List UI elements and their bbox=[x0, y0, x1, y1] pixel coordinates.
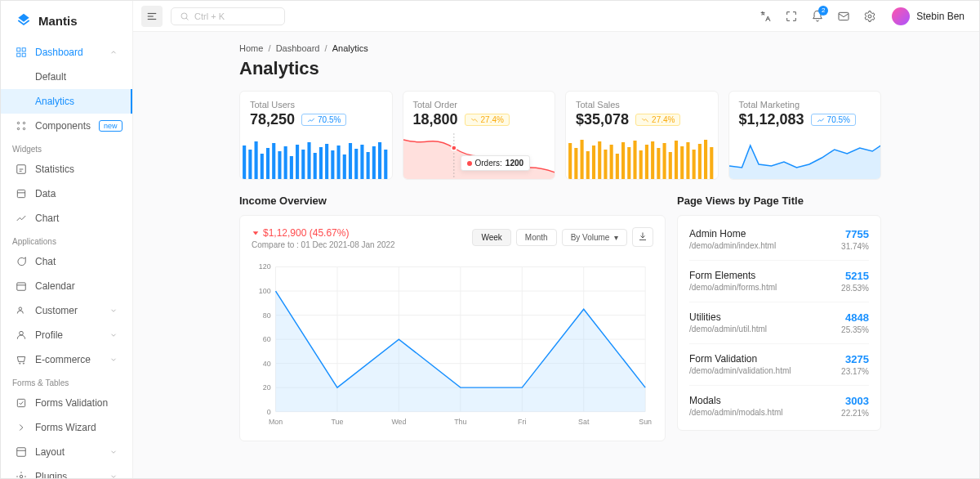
sidebar-item-default[interactable]: Default bbox=[1, 65, 132, 89]
section-row: Income Overview $1,12,900 (45.67%) Compa… bbox=[239, 195, 881, 441]
sidebar-item-profile[interactable]: Profile bbox=[1, 323, 132, 347]
settings-button[interactable] bbox=[859, 6, 880, 27]
nav-header-apps: Applications bbox=[1, 231, 132, 249]
svg-rect-36 bbox=[290, 156, 293, 179]
pv-title: Form Elements bbox=[689, 270, 777, 281]
chart-tooltip: Orders: 1200 bbox=[461, 155, 531, 171]
pv-count: 3003 bbox=[841, 395, 869, 407]
brand-icon bbox=[16, 12, 32, 29]
svg-point-16 bbox=[23, 363, 24, 364]
pv-count: 7755 bbox=[841, 228, 869, 240]
pv-path: /demo/admin/forms.html bbox=[689, 283, 777, 292]
plugins-icon bbox=[16, 471, 27, 478]
notification-button[interactable]: 2 bbox=[807, 6, 828, 27]
sidebar-item-statistics[interactable]: Statistics bbox=[1, 157, 132, 181]
sidebar-item-calendar[interactable]: Calendar bbox=[1, 274, 132, 298]
pageview-row[interactable]: Admin Home /demo/admin/index.html 7755 3… bbox=[689, 219, 869, 261]
topbar-right: 2 Stebin Ben bbox=[755, 6, 971, 27]
svg-text:60: 60 bbox=[263, 335, 271, 343]
trend-badge: 70.5% bbox=[301, 114, 346, 126]
sidebar-label-chart: Chart bbox=[35, 213, 59, 224]
week-button[interactable]: Week bbox=[472, 229, 510, 246]
svg-rect-75 bbox=[686, 142, 689, 179]
stat-value: 78,250 bbox=[250, 111, 295, 128]
pageview-row[interactable]: Form Elements /demo/admin/forms.html 521… bbox=[689, 261, 869, 302]
sidebar-item-forms-wizard[interactable]: Forms Wizard bbox=[1, 415, 132, 440]
download-icon bbox=[638, 231, 648, 241]
sidebar-item-chat[interactable]: Chat bbox=[1, 249, 132, 274]
trend-badge: 27.4% bbox=[465, 114, 510, 126]
svg-rect-56 bbox=[574, 148, 577, 179]
sidebar-item-dashboard[interactable]: Dashboard bbox=[1, 40, 132, 65]
sidebar-label-default: Default bbox=[35, 71, 66, 83]
download-button[interactable] bbox=[632, 227, 653, 247]
svg-rect-40 bbox=[314, 153, 317, 179]
svg-rect-73 bbox=[675, 141, 678, 179]
stat-card-marketing: Total Marketing $1,12,083 70.5% bbox=[728, 91, 882, 180]
sidebar-label-ecommerce: E-commerce bbox=[35, 354, 91, 365]
pageview-row[interactable]: Utilities /demo/admin/util.html 4848 25.… bbox=[689, 302, 869, 344]
search-placeholder: Ctrl + K bbox=[194, 11, 225, 21]
pv-title: Utilities bbox=[689, 311, 767, 323]
sidebar-label-formswizard: Forms Wizard bbox=[35, 422, 96, 433]
svg-rect-37 bbox=[296, 145, 299, 179]
svg-rect-11 bbox=[17, 283, 26, 290]
svg-rect-76 bbox=[693, 150, 696, 179]
page-title: Analytics bbox=[239, 58, 881, 79]
stat-card-users: Total Users 78,250 70.5% bbox=[239, 91, 393, 180]
sparkline-sales bbox=[566, 133, 718, 179]
sidebar-toggle-button[interactable] bbox=[141, 6, 163, 27]
sidebar-item-components[interactable]: Components new bbox=[1, 114, 132, 138]
crumb-dashboard[interactable]: Dashboard bbox=[276, 43, 320, 53]
svg-text:80: 80 bbox=[263, 311, 271, 320]
sidebar-item-plugins[interactable]: Plugins bbox=[1, 464, 132, 478]
components-icon bbox=[16, 120, 27, 132]
chevron-down-icon bbox=[109, 356, 118, 364]
sidebar-item-customer[interactable]: Customer bbox=[1, 298, 132, 323]
user-menu[interactable]: Stebin Ben bbox=[885, 7, 971, 25]
svg-rect-65 bbox=[627, 147, 630, 179]
main-area: Ctrl + K 2 Stebin Ben Home / Dashboard /… bbox=[133, 1, 979, 478]
svg-point-7 bbox=[23, 128, 24, 129]
svg-rect-45 bbox=[343, 154, 346, 179]
svg-rect-51 bbox=[378, 142, 381, 179]
gear-icon bbox=[863, 10, 876, 23]
svg-rect-59 bbox=[592, 145, 595, 179]
svg-rect-48 bbox=[360, 145, 363, 179]
stat-label: Total Sales bbox=[576, 100, 708, 110]
month-button[interactable]: Month bbox=[516, 229, 557, 246]
pageview-row[interactable]: Modals /demo/admin/modals.html 3003 22.2… bbox=[689, 386, 869, 427]
brand-logo[interactable]: Mantis bbox=[1, 1, 132, 40]
sidebar-item-layout[interactable]: Layout bbox=[1, 440, 132, 464]
sidebar-label-customer: Customer bbox=[35, 305, 78, 316]
svg-rect-0 bbox=[17, 48, 20, 51]
pageview-row[interactable]: Form Validation /demo/admin/validation.h… bbox=[689, 344, 869, 386]
sidebar-item-analytics[interactable]: Analytics bbox=[1, 89, 132, 114]
sidebar-item-chart[interactable]: Chart bbox=[1, 206, 132, 231]
svg-point-20 bbox=[20, 475, 23, 478]
chevron-down-icon bbox=[109, 448, 118, 456]
pv-pct: 31.74% bbox=[841, 242, 869, 251]
income-title: Income Overview bbox=[239, 195, 666, 207]
income-section: Income Overview $1,12,900 (45.67%) Compa… bbox=[239, 195, 666, 441]
sidebar-label-dashboard: Dashboard bbox=[35, 47, 83, 58]
svg-rect-72 bbox=[669, 152, 672, 179]
sidebar-item-ecommerce[interactable]: E-commerce bbox=[1, 347, 132, 372]
pageviews-card: Admin Home /demo/admin/index.html 7755 3… bbox=[677, 215, 881, 431]
caret-down-icon bbox=[252, 229, 260, 237]
nav-header-widgets: Widgets bbox=[1, 138, 132, 157]
crumb-current: Analytics bbox=[332, 43, 368, 53]
pv-count: 3275 bbox=[841, 353, 869, 365]
fullscreen-button[interactable] bbox=[781, 6, 802, 27]
search-input[interactable]: Ctrl + K bbox=[171, 7, 285, 25]
lang-button[interactable] bbox=[755, 6, 776, 27]
sidebar-label-layout: Layout bbox=[35, 446, 65, 458]
income-amount: $1,12,900 (45.67%) bbox=[252, 227, 395, 239]
sidebar-item-forms-validation[interactable]: Forms Validation bbox=[1, 391, 132, 415]
mail-button[interactable] bbox=[833, 6, 854, 27]
volume-dropdown[interactable]: By Volume ▾ bbox=[562, 229, 627, 246]
svg-rect-64 bbox=[621, 142, 625, 179]
fullscreen-icon bbox=[785, 10, 798, 23]
crumb-home[interactable]: Home bbox=[239, 43, 263, 53]
sidebar-item-data[interactable]: Data bbox=[1, 181, 132, 206]
